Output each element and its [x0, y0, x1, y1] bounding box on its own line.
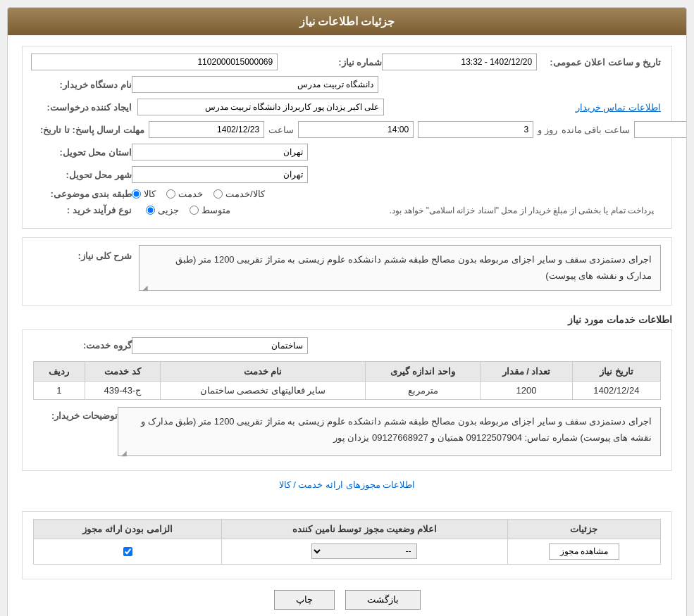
permits-col-details: جزئیات	[507, 519, 660, 539]
category-khedmat-label: خدمت	[178, 189, 203, 199]
col-service-name: نام خدمت	[161, 361, 366, 381]
province-label: استان محل تحویل:	[33, 147, 132, 158]
contact-info-link[interactable]: اطلاعات تماس خریدار	[576, 102, 661, 113]
requester-input	[137, 99, 384, 115]
purchase-type-partial-radio[interactable]	[146, 206, 155, 215]
permits-status-select[interactable]: --	[311, 543, 417, 559]
description-label: شرح کلی نیاز:	[33, 245, 132, 261]
col-service-code: کد خدمت	[85, 361, 160, 381]
back-button[interactable]: بازگشت	[345, 590, 421, 610]
announcement-date-label: تاریخ و ساعت اعلان عمومی:	[543, 57, 661, 68]
buyer-notes-box: اجرای دستمزدی سقف و سایر اجزای مربوطه بد…	[118, 407, 661, 456]
days-input	[418, 121, 533, 138]
need-number-label: شماره نیاز:	[283, 57, 382, 68]
notes-resize-handle[interactable]: ◢	[120, 447, 127, 454]
purchase-note: پرداخت تمام یا بخشی از مبلغ خریدار از مح…	[230, 206, 661, 215]
buyer-name-input	[132, 76, 378, 93]
response-date-input	[149, 121, 264, 138]
category-label: طبقه بندی موضوعی:	[33, 189, 132, 199]
purchase-type-label: نوع فرآیند خرید :	[33, 205, 132, 215]
days-label: روز و	[538, 125, 557, 135]
resize-handle[interactable]: ◢	[141, 282, 148, 289]
service-group-input	[132, 337, 308, 354]
permits-col-required: الزامی بودن ارائه مجوز	[34, 519, 222, 539]
purchase-type-medium-label: متوسط	[202, 205, 230, 215]
permits-link-text: اطلاعات مجوزهای ارائه خدمت / کالا	[279, 479, 416, 490]
response-deadline-label: مهلت ارسال پاسخ: تا تاریخ:	[33, 125, 144, 135]
province-input	[132, 144, 308, 161]
permits-required-cell	[34, 539, 222, 564]
city-input	[132, 166, 308, 183]
category-only-kala-label: کالا	[144, 189, 156, 199]
announcement-date-input[interactable]	[382, 54, 537, 70]
buyer-notes-text: اجرای دستمزدی سقف و سایر اجزای مربوطه بد…	[141, 416, 652, 443]
purchase-type-radio-group: متوسط جزیی	[146, 205, 230, 215]
col-row: ردیف	[34, 361, 85, 381]
table-row: 1402/12/24 1200 مترمربع سایر فعالیتهای ت…	[34, 381, 661, 399]
cell-date: 1402/12/24	[572, 381, 660, 399]
permits-table: جزئیات اعلام وضعیت مجوز توسط نامین کننده…	[33, 519, 661, 565]
buyer-notes-section: اجرای دستمزدی سقف و سایر اجزای مربوطه بد…	[33, 407, 661, 456]
print-button[interactable]: چاپ	[274, 590, 335, 610]
permits-link[interactable]: اطلاعات مجوزهای ارائه خدمت / کالا	[22, 479, 672, 490]
category-khedmat-radio[interactable]	[166, 189, 175, 199]
cell-service-code: ج-43-439	[85, 381, 160, 399]
cell-unit: مترمربع	[365, 381, 480, 399]
buyer-notes-label: توضیحات خریدار:	[33, 407, 118, 421]
category-kala-label: کالا/خدمت	[225, 189, 265, 199]
col-unit: واحد اندازه گیری	[365, 361, 480, 381]
category-radio-group: کالا/خدمت خدمت کالا	[132, 189, 265, 199]
remaining-time-label: ساعت باقی مانده	[562, 125, 630, 135]
cell-row-number: 1	[34, 381, 85, 399]
permits-col-status: اعلام وضعیت مجوز توسط نامین کننده	[222, 519, 508, 539]
services-section-title: اطلاعات خدمات مورد نیاز	[22, 314, 672, 325]
purchase-type-partial-label: جزیی	[158, 205, 179, 215]
response-time-input	[298, 121, 414, 138]
service-group-label: گروه خدمت:	[33, 340, 132, 351]
cell-service-name: سایر فعالیتهای تخصصی ساختمان	[161, 381, 366, 399]
table-row: مشاهده مجوز --	[34, 539, 661, 564]
remaining-time-input	[634, 121, 687, 138]
city-label: شهر محل تحویل:	[33, 170, 132, 180]
permits-details-cell: مشاهده مجوز	[507, 539, 660, 564]
requester-label: ایجاد کننده درخواست:	[33, 102, 132, 113]
category-kala-radio[interactable]	[132, 189, 141, 199]
col-date: تاریخ نیاز	[572, 361, 660, 381]
permits-required-checkbox[interactable]	[123, 547, 132, 556]
description-box: اجرای دستمزدی سقف و سایر اجزای مربوطه بد…	[139, 245, 661, 291]
description-text: اجرای دستمزدی سقف و سایر اجزای مربوطه بد…	[175, 254, 652, 281]
page-title: جزئیات اطلاعات نیاز	[299, 15, 395, 27]
buyer-name-label: نام دستگاه خریدار:	[33, 80, 132, 90]
page-header: جزئیات اطلاعات نیاز	[8, 8, 686, 35]
cell-quantity: 1200	[481, 381, 573, 399]
purchase-type-medium-radio[interactable]	[190, 206, 199, 215]
response-time-label: ساعت	[268, 125, 294, 135]
action-buttons-bar: بازگشت چاپ	[22, 590, 672, 616]
services-table: تاریخ نیاز تعداد / مقدار واحد اندازه گیر…	[33, 361, 661, 400]
permits-status-cell: --	[222, 539, 508, 564]
col-quantity: تعداد / مقدار	[481, 361, 573, 381]
need-number-input[interactable]	[31, 54, 278, 70]
category-kala-khedmat-radio[interactable]	[213, 189, 223, 199]
view-permit-button[interactable]: مشاهده مجوز	[549, 543, 619, 560]
